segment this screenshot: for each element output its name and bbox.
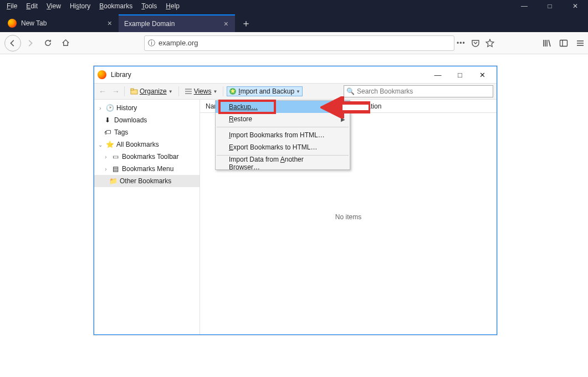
- tree-label: Bookmarks Menu: [122, 165, 173, 173]
- views-label: Views: [194, 87, 212, 95]
- tree-label: History: [116, 104, 137, 112]
- back-button[interactable]: [4, 35, 21, 51]
- library-minimize[interactable]: —: [427, 71, 449, 79]
- views-button[interactable]: Views▼: [182, 86, 220, 96]
- menu-file[interactable]: File: [2, 1, 22, 11]
- menu-view[interactable]: View: [42, 1, 65, 11]
- clock-icon: 🕑: [105, 104, 114, 112]
- firefox-icon: [8, 19, 17, 28]
- window-minimize[interactable]: —: [512, 2, 537, 10]
- separator: [124, 86, 125, 96]
- firefox-icon: [98, 70, 106, 79]
- submenu-arrow-icon: ▶: [341, 116, 345, 122]
- pocket-icon[interactable]: [471, 39, 480, 48]
- menu-help[interactable]: Help: [161, 1, 184, 11]
- tree-label: All Bookmarks: [116, 141, 159, 148]
- menu-import-html[interactable]: Import Bookmarks from HTML…: [216, 129, 350, 141]
- organize-icon: [130, 87, 138, 95]
- tab-new-tab[interactable]: New Tab ×: [2, 14, 119, 32]
- menu-export-html[interactable]: Export Bookmarks to HTML…: [216, 141, 350, 153]
- tree-other-bookmarks[interactable]: 📁 Other Bookmarks: [94, 175, 200, 187]
- organize-label: Organize: [140, 87, 167, 95]
- folder-icon: 📁: [109, 177, 117, 185]
- tab-label: Example Domain: [124, 20, 175, 28]
- tree-label: Bookmarks Toolbar: [122, 153, 179, 161]
- library-search-input[interactable]: [357, 87, 490, 95]
- reload-button[interactable]: [39, 34, 57, 52]
- library-icon[interactable]: [543, 39, 551, 48]
- tree-label: Tags: [114, 128, 128, 136]
- url-right-controls: •••: [457, 39, 494, 48]
- tree-downloads[interactable]: ⬇ Downloads: [94, 114, 200, 126]
- window-maximize[interactable]: □: [537, 2, 563, 10]
- collapse-icon[interactable]: ⌄: [98, 142, 103, 148]
- arrow-right-icon: [26, 39, 34, 47]
- library-close[interactable]: ✕: [471, 71, 493, 79]
- bookmark-star-icon[interactable]: [485, 39, 494, 48]
- bookmark-icon: ⭐: [105, 141, 114, 148]
- empty-state: No items: [335, 213, 361, 221]
- menu-restore[interactable]: Restore▶: [216, 113, 350, 125]
- star-icon: [229, 87, 237, 95]
- tree-bookmarks-toolbar[interactable]: › ▭ Bookmarks Toolbar: [94, 151, 200, 163]
- menu-icon[interactable]: [576, 39, 585, 48]
- url-bar[interactable]: ⓘ: [144, 35, 454, 51]
- library-forward-button[interactable]: →: [111, 87, 121, 96]
- navigation-toolbar: ⓘ •••: [0, 32, 588, 54]
- close-icon[interactable]: ×: [106, 19, 113, 28]
- menu-tools[interactable]: Tools: [137, 1, 161, 11]
- menu-edit[interactable]: Edit: [22, 1, 42, 11]
- tree-all-bookmarks[interactable]: ⌄ ⭐ All Bookmarks: [94, 138, 200, 151]
- toolbar-icon: ▭: [111, 153, 120, 161]
- library-tree: › 🕑 History ⬇ Downloads 🏷 Tags ⌄ ⭐ All B…: [94, 100, 200, 334]
- tree-tags[interactable]: 🏷 Tags: [94, 126, 200, 138]
- menu-folder-icon: ▤: [111, 165, 120, 173]
- library-window: Library — □ ✕ ← → Organize▼ Views▼ Impor…: [94, 66, 497, 335]
- library-toolbar: ← → Organize▼ Views▼ Import and Backup▼ …: [94, 83, 497, 100]
- expand-icon[interactable]: ›: [98, 105, 103, 111]
- close-icon[interactable]: ×: [223, 19, 229, 28]
- col-location[interactable]: Location: [356, 102, 381, 110]
- tree-bookmarks-menu[interactable]: › ▤ Bookmarks Menu: [94, 163, 200, 175]
- import-backup-menu: Backup… Restore▶ Import Bookmarks from H…: [215, 100, 350, 170]
- page-actions-icon[interactable]: •••: [457, 39, 466, 47]
- tab-example-domain[interactable]: Example Domain ×: [119, 14, 235, 32]
- new-tab-button[interactable]: ＋: [237, 14, 255, 32]
- site-info-icon[interactable]: ⓘ: [148, 38, 155, 48]
- download-icon: ⬇: [103, 116, 112, 124]
- browser-menubar: File Edit View History Bookmarks Tools H…: [0, 0, 588, 12]
- separator: [178, 86, 179, 96]
- library-search[interactable]: 🔍: [344, 85, 493, 97]
- menu-divider: [217, 127, 349, 127]
- home-button[interactable]: [57, 34, 74, 52]
- reload-icon: [44, 39, 52, 47]
- url-input[interactable]: [158, 39, 451, 47]
- svg-rect-2: [131, 89, 134, 90]
- tree-label: Other Bookmarks: [120, 177, 171, 185]
- import-backup-label: Import and Backup: [238, 87, 294, 95]
- views-icon: [185, 87, 192, 95]
- import-backup-button[interactable]: Import and Backup▼: [227, 86, 303, 96]
- menu-backup[interactable]: Backup…: [216, 101, 350, 113]
- menu-bookmarks[interactable]: Bookmarks: [95, 1, 137, 11]
- menu-history[interactable]: History: [65, 1, 95, 11]
- forward-button[interactable]: [21, 34, 39, 52]
- organize-button[interactable]: Organize▼: [128, 86, 175, 96]
- library-titlebar[interactable]: Library — □ ✕: [94, 66, 497, 83]
- tree-label: Downloads: [114, 116, 147, 124]
- library-back-button[interactable]: ←: [98, 87, 108, 96]
- home-icon: [62, 39, 70, 47]
- search-icon: 🔍: [346, 87, 355, 95]
- tag-icon: 🏷: [103, 128, 112, 136]
- sidebar-icon[interactable]: [559, 39, 568, 48]
- window-close[interactable]: ✕: [563, 2, 588, 10]
- tree-history[interactable]: › 🕑 History: [94, 102, 200, 114]
- expand-icon[interactable]: ›: [103, 166, 109, 172]
- menu-import-other-browser[interactable]: Import Data from Another Browser…: [216, 157, 350, 169]
- svg-rect-0: [560, 40, 567, 46]
- separator: [223, 86, 223, 96]
- library-maximize[interactable]: □: [449, 71, 471, 79]
- tab-strip: New Tab × Example Domain × ＋: [0, 12, 588, 32]
- expand-icon[interactable]: ›: [103, 154, 109, 160]
- window-controls: — □ ✕: [512, 0, 588, 12]
